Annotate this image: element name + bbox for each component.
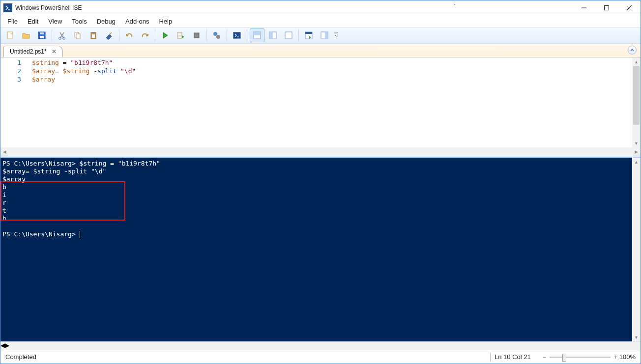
- svg-rect-18: [254, 32, 261, 35]
- run-selection-button[interactable]: [174, 28, 188, 42]
- toolbar-overflow-button[interactable]: [333, 28, 340, 42]
- svg-rect-8: [76, 34, 80, 39]
- powershell-console-button[interactable]: [230, 28, 244, 42]
- svg-point-14: [213, 32, 217, 36]
- script-editor[interactable]: 1 2 3 $string = "b1i9r8t7h" $array= $str…: [0, 57, 641, 147]
- tab-label: Untitled2.ps1*: [10, 48, 47, 55]
- menu-view[interactable]: View: [43, 17, 67, 26]
- scroll-down-icon[interactable]: ▼: [632, 333, 641, 341]
- svg-rect-23: [305, 32, 312, 34]
- toolbar-separator: [206, 29, 207, 41]
- svg-rect-25: [325, 32, 328, 39]
- svg-rect-11: [92, 34, 95, 38]
- editor-horizontal-scrollbar[interactable]: ◀ ▶: [0, 147, 641, 156]
- toolbar-separator: [155, 29, 155, 41]
- toolbar-separator: [298, 29, 299, 41]
- svg-rect-21: [285, 32, 292, 39]
- caret-down-icon: ↓: [453, 0, 456, 6]
- new-file-button[interactable]: [3, 28, 18, 42]
- toolbar: [0, 27, 641, 44]
- collapse-script-pane-button[interactable]: [628, 46, 637, 55]
- console-pane[interactable]: PS C:\Users\Nisarg> $string = "b1i9r8t7h…: [0, 158, 641, 341]
- cut-button[interactable]: [55, 28, 69, 42]
- menu-bar: File Edit View Tools Debug Add-ons Help: [0, 15, 641, 27]
- scrollbar-thumb[interactable]: [633, 66, 640, 125]
- menu-tools[interactable]: Tools: [67, 17, 91, 26]
- breakpoint-button[interactable]: [209, 28, 224, 42]
- toolbar-separator: [52, 29, 52, 41]
- layout-full-button[interactable]: [281, 28, 296, 42]
- svg-rect-20: [269, 32, 273, 39]
- scroll-left-icon[interactable]: ◀: [0, 147, 9, 156]
- copy-button[interactable]: [70, 28, 85, 42]
- clear-button[interactable]: [102, 28, 117, 42]
- scroll-right-icon[interactable]: ▶: [5, 342, 9, 350]
- show-script-pane-button[interactable]: [301, 28, 316, 42]
- stop-button[interactable]: [189, 28, 204, 42]
- svg-rect-0: [605, 5, 609, 10]
- svg-rect-10: [92, 32, 95, 33]
- close-button[interactable]: [618, 0, 641, 15]
- zoom-thumb[interactable]: [562, 354, 566, 362]
- cursor-position: Ln 10 Col 21: [495, 353, 531, 361]
- line-number-gutter: 1 2 3: [0, 57, 30, 147]
- window-controls: [573, 0, 641, 15]
- zoom-out-icon[interactable]: −: [543, 354, 546, 361]
- console-vertical-scrollbar[interactable]: ▲ ▼: [632, 158, 641, 341]
- scroll-up-icon[interactable]: ▲: [632, 57, 641, 66]
- script-tab[interactable]: Untitled2.ps1* ✕: [3, 46, 63, 57]
- menu-debug[interactable]: Debug: [92, 17, 120, 26]
- scrollbar-track[interactable]: [9, 147, 632, 156]
- undo-button[interactable]: [122, 28, 137, 42]
- show-command-addon-button[interactable]: [317, 28, 332, 42]
- run-script-button[interactable]: [158, 28, 173, 42]
- scroll-down-icon[interactable]: ▼: [632, 139, 641, 147]
- console-horizontal-scrollbar[interactable]: ◀ ▶: [0, 341, 641, 350]
- toolbar-separator: [247, 29, 247, 41]
- svg-rect-13: [194, 33, 199, 38]
- zoom-in-icon[interactable]: +: [614, 354, 617, 361]
- console-output[interactable]: PS C:\Users\Nisarg> $string = "b1i9r8t7h…: [0, 158, 632, 341]
- svg-rect-1: [7, 32, 12, 39]
- status-bar: Completed Ln 10 Col 21 − + 100%: [0, 350, 641, 364]
- zoom-percent: 100%: [619, 353, 636, 361]
- minimize-button[interactable]: [573, 0, 595, 15]
- svg-rect-4: [40, 32, 44, 34]
- layout-top-bottom-button[interactable]: [250, 28, 264, 42]
- powershell-ise-icon: [3, 3, 12, 12]
- redo-button[interactable]: [138, 28, 152, 42]
- title-bar: Windows PowerShell ISE ↓: [0, 0, 641, 15]
- svg-rect-16: [233, 32, 240, 38]
- tab-strip: Untitled2.ps1* ✕: [0, 44, 641, 57]
- menu-edit[interactable]: Edit: [23, 17, 43, 26]
- window-title: Windows PowerShell ISE: [15, 4, 82, 11]
- code-content[interactable]: $string = "b1i9r8t7h" $array= $string -s…: [30, 57, 632, 147]
- menu-help[interactable]: Help: [154, 17, 177, 26]
- status-text: Completed: [5, 353, 36, 361]
- scroll-up-icon[interactable]: ▲: [632, 158, 641, 166]
- editor-vertical-scrollbar[interactable]: ▲ ▼: [632, 57, 641, 147]
- maximize-button[interactable]: [595, 0, 618, 15]
- scroll-left-icon[interactable]: ◀: [0, 342, 5, 350]
- toolbar-separator: [119, 29, 119, 41]
- close-tab-icon[interactable]: ✕: [51, 48, 58, 55]
- layout-side-button[interactable]: [265, 28, 280, 42]
- zoom-slider[interactable]: − +: [546, 353, 614, 362]
- status-separator: [490, 353, 491, 362]
- menu-file[interactable]: File: [2, 17, 23, 26]
- svg-point-15: [216, 35, 220, 39]
- menu-addons[interactable]: Add-ons: [120, 17, 154, 26]
- svg-rect-3: [40, 36, 44, 38]
- annotation-rectangle: [0, 181, 125, 221]
- cursor: [80, 231, 80, 238]
- save-button[interactable]: [34, 28, 49, 42]
- open-folder-button[interactable]: [19, 28, 33, 42]
- toolbar-separator: [227, 29, 227, 41]
- scroll-right-icon[interactable]: ▶: [632, 147, 641, 156]
- paste-button[interactable]: [86, 28, 101, 42]
